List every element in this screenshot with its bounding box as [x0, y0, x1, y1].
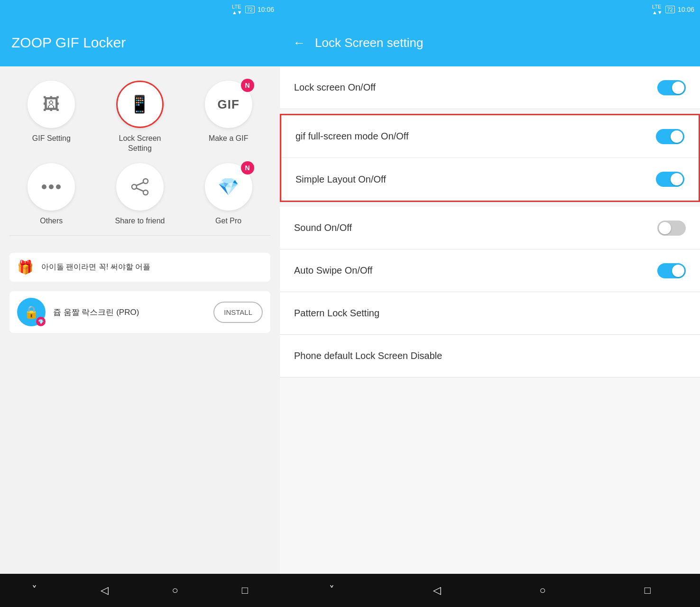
- simple-layout-label: Simple Layout On/Off: [295, 174, 386, 185]
- gif-setting-circle: 🖼: [28, 81, 75, 128]
- gif-text-icon: GIF: [217, 97, 239, 112]
- promo-app-name: 쥽 움짤 락스크린 (PRO): [53, 307, 206, 318]
- left-status-bar: LTE▲▼ 72 10:06: [0, 0, 280, 19]
- gift-icon: 🎁: [17, 259, 34, 275]
- lock-promo-icon: 🔒: [24, 305, 39, 320]
- promo-section: 🎁 아이돌 팬이라면 꼭! 써야할 어플 🔒 💎 쥽 움짤 락스크린 (PRO)…: [0, 245, 280, 340]
- right-panel: LTE▲▼ 72 10:06 ← Lock Screen setting Loc…: [280, 0, 700, 607]
- gif-fullscreen-label: gif full-screen mode On/Off: [295, 131, 409, 142]
- setting-auto-swipe[interactable]: Auto Swipe On/Off: [280, 249, 700, 292]
- sidebar-item-get-pro[interactable]: 💎 N Get Pro: [186, 163, 270, 226]
- app-title: ZOOP GIF Locker: [11, 35, 126, 51]
- pattern-lock-label: Pattern Lock Setting: [294, 308, 379, 319]
- setting-lock-screen-onoff[interactable]: Lock screen On/Off: [280, 66, 700, 109]
- lock-screen-label: Lock ScreenSetting: [119, 134, 161, 154]
- gif-fullscreen-knob: [671, 130, 683, 143]
- share-circle: [116, 163, 164, 211]
- make-gif-badge: N: [241, 79, 254, 92]
- sound-onoff-knob: [659, 222, 671, 234]
- right-screen-title: Lock Screen setting: [315, 36, 423, 50]
- left-nav-chevron-icon[interactable]: ˅: [32, 584, 37, 597]
- svg-line-4: [137, 188, 143, 191]
- install-button[interactable]: INSTALL: [213, 302, 263, 323]
- phone-icon: 📱: [129, 94, 150, 114]
- dots-icon: [42, 184, 61, 189]
- setting-sound-onoff[interactable]: Sound On/Off: [280, 207, 700, 249]
- icon-grid: 🖼 GIF Setting 📱 Lock ScreenSetting GIF N…: [9, 81, 270, 226]
- share-icon: [130, 177, 149, 196]
- get-pro-circle: 💎 N: [205, 163, 252, 211]
- lock-screen-circle: 📱: [116, 81, 164, 128]
- promo-gift-item[interactable]: 🎁 아이돌 팬이라면 꼭! 써야할 어플: [9, 253, 270, 282]
- sidebar-item-gif-setting[interactable]: 🖼 GIF Setting: [9, 81, 93, 154]
- setting-phone-default-lock[interactable]: Phone default Lock Screen Disable: [280, 335, 700, 377]
- share-label: Share to friend: [115, 216, 165, 226]
- make-gif-circle: GIF N: [205, 81, 252, 128]
- back-button[interactable]: ←: [293, 36, 305, 50]
- left-nav-back-icon[interactable]: ◁: [101, 584, 109, 597]
- right-status-bar: LTE▲▼ 72 10:06: [280, 0, 700, 19]
- promo-gift-text: 아이돌 팬이라면 꼭! 써야할 어플: [41, 262, 150, 272]
- left-time: 10:06: [258, 6, 274, 13]
- lock-screen-onoff-label: Lock screen On/Off: [294, 82, 376, 93]
- sidebar-item-others[interactable]: Others: [9, 163, 93, 226]
- simple-layout-toggle[interactable]: [656, 172, 684, 187]
- lock-screen-onoff-toggle[interactable]: [657, 80, 686, 95]
- get-pro-label: Get Pro: [215, 216, 241, 226]
- image-icon: 🖼: [43, 94, 60, 114]
- svg-point-0: [143, 179, 148, 184]
- promo-app-item[interactable]: 🔒 💎 쥽 움짤 락스크린 (PRO) INSTALL: [9, 291, 270, 333]
- right-time: 10:06: [678, 6, 694, 13]
- setting-simple-layout[interactable]: Simple Layout On/Off: [281, 158, 699, 201]
- left-battery: 72: [245, 6, 255, 13]
- auto-swipe-label: Auto Swipe On/Off: [294, 265, 372, 276]
- right-nav-bar: ˅ ◁ ○ □: [280, 574, 700, 607]
- left-signal-icon: LTE▲▼: [232, 4, 242, 15]
- others-circle: [28, 163, 75, 211]
- icon-grid-area: 🖼 GIF Setting 📱 Lock ScreenSetting GIF N…: [0, 66, 280, 245]
- sidebar-item-lock-screen-setting[interactable]: 📱 Lock ScreenSetting: [98, 81, 182, 154]
- sound-onoff-label: Sound On/Off: [294, 222, 352, 233]
- left-nav-bar: ˅ ◁ ○ □: [0, 574, 280, 607]
- sidebar-item-make-gif[interactable]: GIF N Make a GIF: [186, 81, 270, 154]
- get-pro-badge: N: [241, 161, 254, 175]
- settings-list: Lock screen On/Off gif full-screen mode …: [280, 66, 700, 574]
- svg-point-2: [132, 184, 137, 189]
- others-label: Others: [40, 216, 63, 226]
- lock-screen-onoff-knob: [672, 82, 684, 94]
- right-nav-chevron-icon[interactable]: ˅: [329, 584, 334, 597]
- right-top-bar: ← Lock Screen setting: [280, 19, 700, 66]
- right-nav-square-icon[interactable]: □: [645, 584, 651, 597]
- left-nav-home-icon[interactable]: ○: [172, 584, 178, 597]
- svg-point-1: [143, 190, 148, 195]
- setting-pattern-lock[interactable]: Pattern Lock Setting: [280, 292, 700, 335]
- sidebar-item-share-to-friend[interactable]: Share to friend: [98, 163, 182, 226]
- right-battery: 72: [665, 6, 675, 13]
- left-panel: LTE▲▼ 72 10:06 ZOOP GIF Locker 🖼 GIF Set…: [0, 0, 280, 607]
- sound-onoff-toggle[interactable]: [657, 221, 686, 236]
- pro-diamond-icon: 💎: [38, 319, 44, 324]
- pro-badge: 💎: [36, 317, 46, 326]
- highlighted-settings-group: gif full-screen mode On/Off Simple Layou…: [280, 114, 700, 202]
- right-nav-home-icon[interactable]: ○: [540, 584, 546, 597]
- promo-app-icon: 🔒 💎: [17, 298, 46, 326]
- right-nav-back-icon[interactable]: ◁: [433, 584, 441, 597]
- make-gif-label: Make a GIF: [209, 134, 249, 144]
- svg-line-3: [137, 183, 143, 185]
- gif-setting-label: GIF Setting: [32, 134, 71, 144]
- phone-default-lock-label: Phone default Lock Screen Disable: [294, 350, 442, 361]
- auto-swipe-knob: [672, 265, 684, 277]
- left-nav-square-icon[interactable]: □: [242, 584, 248, 597]
- simple-layout-knob: [671, 173, 683, 185]
- setting-gif-fullscreen[interactable]: gif full-screen mode On/Off: [281, 115, 699, 158]
- grid-divider: [9, 235, 270, 236]
- diamond-icon: 💎: [218, 177, 239, 197]
- left-top-bar: ZOOP GIF Locker: [0, 19, 280, 66]
- auto-swipe-toggle[interactable]: [657, 263, 686, 278]
- gif-fullscreen-toggle[interactable]: [656, 129, 684, 144]
- right-signal-icon: LTE▲▼: [652, 4, 663, 15]
